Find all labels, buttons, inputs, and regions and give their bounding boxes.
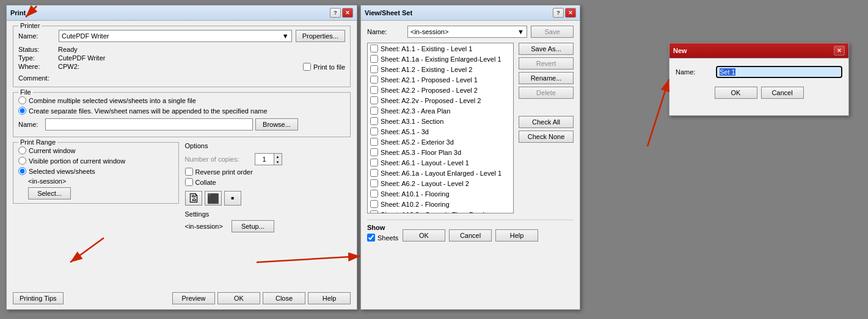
sheet-checkbox-15[interactable]	[370, 200, 378, 208]
printer-name-combo[interactable]: CutePDF Writer ▼	[59, 30, 292, 42]
separate-radio[interactable]	[18, 107, 26, 115]
sheet-label-14: Sheet: A10.1 - Flooring	[381, 190, 450, 198]
setup-button[interactable]: Setup...	[232, 220, 274, 232]
collate-checkbox[interactable]	[185, 178, 193, 186]
sheet-checkbox-16[interactable]	[370, 210, 378, 213]
save-button[interactable]: Save	[531, 26, 574, 38]
sheet-list-item[interactable]: Sheet: A10.3 - Ceramic Floor Purchase	[368, 209, 513, 213]
delete-button[interactable]: Delete	[519, 87, 574, 99]
selected-sheets-radio[interactable]	[18, 167, 26, 175]
properties-button[interactable]: Properties...	[296, 30, 345, 42]
copies-up-arrow[interactable]: ▲	[274, 154, 282, 159]
revert-button[interactable]: Revert	[519, 57, 574, 70]
print-to-file-label: Print to file	[313, 63, 345, 71]
sheet-checkbox-5[interactable]	[370, 96, 378, 104]
sheet-list-item[interactable]: Sheet: A3.1 - Section	[368, 116, 513, 126]
sheet-checkbox-4[interactable]	[370, 86, 378, 94]
viewsheet-help-titlebar-btn[interactable]: ?	[553, 8, 564, 18]
sheet-checkbox-8[interactable]	[370, 127, 378, 135]
printer-comment-row: Comment:	[18, 74, 345, 82]
reverse-order-checkbox[interactable]	[185, 168, 193, 176]
sheet-list[interactable]: Sheet: A1.1 - Existing - Level 1Sheet: A…	[367, 43, 514, 213]
sheet-checkbox-9[interactable]	[370, 138, 378, 146]
visible-portion-radio[interactable]	[18, 157, 26, 165]
new-cancel-button[interactable]: Cancel	[761, 87, 804, 99]
sheet-checkbox-12[interactable]	[370, 169, 378, 177]
check-none-button[interactable]: Check None	[519, 131, 574, 143]
sheet-label-13: Sheet: A6.2 - Layout - Level 2	[381, 180, 469, 187]
viewsheet-name-combo[interactable]: <in-session> ▼	[407, 26, 527, 38]
sheet-label-2: Sheet: A1.2 - Existing - Level 2	[381, 66, 472, 73]
orientation-icon-1[interactable]: 🖺	[185, 191, 202, 206]
file-path-input[interactable]: C:\Users\limafe\Documents\marbella final…	[45, 118, 253, 131]
rename-button[interactable]: Rename...	[519, 72, 574, 84]
viewsheet-cancel-button[interactable]: Cancel	[449, 229, 492, 242]
combine-radio[interactable]	[18, 96, 26, 104]
sheet-list-item[interactable]: Sheet: A10.2 - Flooring	[368, 199, 513, 209]
sheet-list-item[interactable]: Sheet: A6.1 - Layout - Level 1	[368, 157, 513, 168]
sheet-list-item[interactable]: Sheet: A2.2v - Proposed - Level 2	[368, 95, 513, 106]
settings-section: Settings <in-session> Setup...	[185, 210, 351, 232]
preview-button[interactable]: Preview	[172, 292, 215, 304]
sheet-list-item[interactable]: Sheet: A2.2 - Proposed - Level 2	[368, 85, 513, 95]
printing-tips-button[interactable]: Printing Tips	[13, 292, 64, 304]
viewsheet-help-button[interactable]: Help	[495, 229, 538, 242]
sheet-label-7: Sheet: A3.1 - Section	[381, 118, 443, 125]
sheet-list-item[interactable]: Sheet: A1.1 - Existing - Level 1	[368, 43, 513, 54]
sheet-checkbox-3[interactable]	[370, 76, 378, 84]
browse-button[interactable]: Browse...	[255, 118, 298, 131]
print-to-file-checkbox[interactable]	[303, 63, 311, 71]
new-close-titlebar-btn[interactable]: ✕	[834, 46, 845, 56]
sheet-list-item[interactable]: Sheet: A5.3 - Floor Plan 3d	[368, 147, 513, 157]
check-all-button[interactable]: Check All	[519, 116, 574, 128]
sheet-checkbox-2[interactable]	[370, 65, 378, 73]
print-range-group: Print Range Current window Visible porti…	[13, 142, 179, 204]
sheet-checkbox-14[interactable]	[370, 190, 378, 198]
sheet-list-item[interactable]: Sheet: A2.1 - Proposed - Level 1	[368, 74, 513, 85]
sheet-list-item[interactable]: Sheet: A5.1 - 3d	[368, 126, 513, 137]
status-value: Ready	[58, 46, 78, 53]
new-dialog-content: Name: Set 1 OK Cancel	[669, 59, 848, 106]
orientation-icon-2[interactable]: ⬛	[205, 191, 222, 206]
close-print-button[interactable]: Close	[263, 292, 305, 304]
sheet-list-item[interactable]: Sheet: A6.2 - Layout - Level 2	[368, 178, 513, 188]
sheet-checkbox-1[interactable]	[370, 55, 378, 63]
ok-button[interactable]: OK	[217, 292, 260, 304]
sheet-checkbox-6[interactable]	[370, 107, 378, 115]
sheet-list-item[interactable]: Sheet: A6.1a - Layout Enlarged - Level 1	[368, 168, 513, 178]
viewsheet-ok-button[interactable]: OK	[403, 229, 445, 242]
sheet-list-item[interactable]: Sheet: A10.1 - Flooring	[368, 188, 513, 199]
sheet-checkbox-7[interactable]	[370, 117, 378, 125]
sheet-label-4: Sheet: A2.2 - Proposed - Level 2	[381, 87, 478, 94]
copies-down-arrow[interactable]: ▼	[274, 159, 282, 165]
sheet-checkbox-13[interactable]	[370, 179, 378, 187]
sheet-checkbox-0[interactable]	[370, 45, 378, 52]
save-as-button[interactable]: Save As...	[519, 43, 574, 55]
viewsheet-name-row: Name: <in-session> ▼ Save	[367, 26, 574, 38]
sheet-checkbox-10[interactable]	[370, 148, 378, 156]
selected-sheets-label: Selected views/sheets	[29, 168, 95, 175]
viewsheet-title: View/Sheet Set	[365, 9, 412, 16]
combine-radio-row: Combine multiple selected views/sheets i…	[18, 96, 345, 104]
print-close-titlebar-btn[interactable]: ✕	[342, 8, 353, 18]
new-ok-button[interactable]: OK	[715, 87, 757, 99]
separate-radio-label: Create separate files. View/sheet names …	[29, 107, 268, 115]
sheet-list-item[interactable]: Sheet: A1.1a - Existing Enlarged-Level 1	[368, 54, 513, 64]
sheet-list-item[interactable]: Sheet: A1.2 - Existing - Level 2	[368, 64, 513, 74]
select-button[interactable]: Select...	[28, 187, 71, 199]
sheet-checkbox-11[interactable]	[370, 159, 378, 167]
new-name-input[interactable]: Set 1	[716, 66, 842, 78]
viewsheet-name-value: <in-session>	[410, 28, 448, 35]
help-print-button[interactable]: Help	[308, 292, 351, 304]
viewsheet-close-titlebar-btn[interactable]: ✕	[565, 8, 576, 18]
sheet-list-item[interactable]: Sheet: A5.2 - Exterior 3d	[368, 137, 513, 147]
orientation-icon-3[interactable]: ▪	[224, 191, 241, 206]
current-window-radio[interactable]	[18, 146, 26, 154]
copies-spinbox[interactable]: ▲ ▼	[255, 153, 282, 165]
viewsheet-name-label: Name:	[367, 28, 404, 35]
where-value: CPW2:	[58, 63, 79, 73]
copies-input[interactable]	[255, 156, 274, 163]
print-dialog-content: Printer Name: CutePDF Writer ▼ Propertie…	[7, 21, 357, 240]
print-help-titlebar-btn[interactable]: ?	[330, 8, 341, 18]
sheet-list-item[interactable]: Sheet: A2.3 - Area Plan	[368, 106, 513, 116]
